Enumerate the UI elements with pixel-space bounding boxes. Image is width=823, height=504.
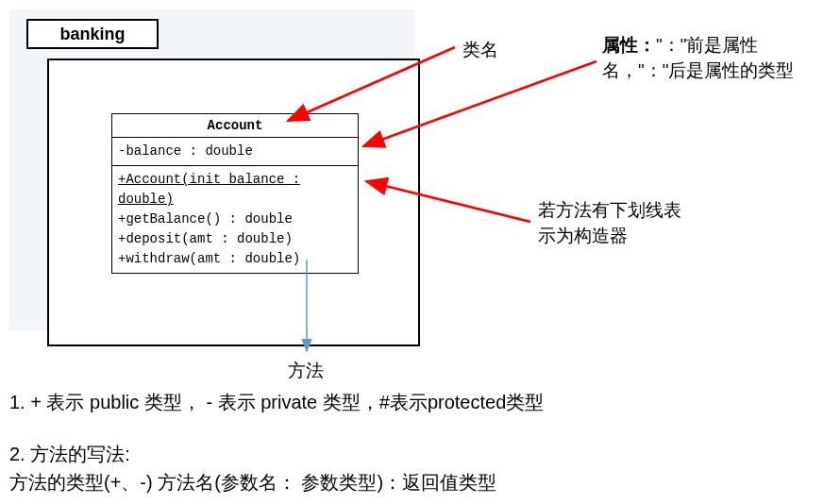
method-line: +withdraw(amt : double) <box>118 249 352 269</box>
annotation-classname: 类名 <box>462 38 498 63</box>
method-line: +getBalance() : double <box>118 210 352 229</box>
method-line: +deposit(amt : double) <box>118 229 352 249</box>
body-line-2-title: 2. 方法的写法: <box>9 439 130 469</box>
attributes-section: -balance : double <box>112 138 358 166</box>
body-line-2-detail: 方法的类型(+、-) 方法名(参数名： 参数类型)：返回值类型 <box>9 467 496 497</box>
methods-section: +Account(init_balance : double) +getBala… <box>112 166 358 273</box>
diagram-canvas: banking Account -balance : double +Accou… <box>9 9 814 495</box>
annotation-constructor: 若方法有下划线表示为构造器 <box>538 198 689 248</box>
attribute-line: -balance : double <box>118 142 352 161</box>
package-name-tab: banking <box>26 19 159 49</box>
annotation-attribute: 属性："："前是属性名，"："后是属性的类型 <box>602 33 800 83</box>
class-name: Account <box>112 114 358 138</box>
method-line: +Account(init_balance : double) <box>118 170 352 210</box>
annotation-method: 方法 <box>288 359 324 384</box>
uml-class-box: Account -balance : double +Account(init_… <box>111 113 359 274</box>
body-line-1: 1. + 表示 public 类型， - 表示 private 类型，#表示pr… <box>9 387 544 417</box>
